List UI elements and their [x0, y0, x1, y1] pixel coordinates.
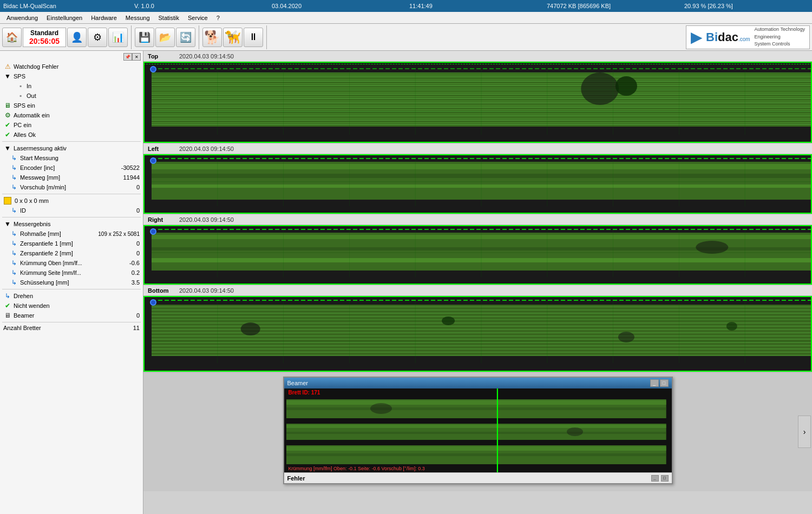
home-button[interactable]: 🏠 — [2, 28, 22, 47]
tree-label-dimensions: 0 x 0 x 0 mm — [15, 197, 140, 204]
tree-label-kruemmung-oben: Krümmung Oben [mm/lf... — [20, 260, 127, 266]
tree-beamer[interactable]: 🖥 Beamer 0 — [2, 311, 141, 320]
tree-value-kruemmung-seite: 0.2 — [129, 269, 140, 276]
menu-einstellungen[interactable]: Einstellungen — [42, 14, 87, 22]
menu-service[interactable]: Service — [184, 14, 212, 22]
toolbar: 🏠 Standard 20:56:05 👤 ⚙ 📊 💾 📂 🔄 🐕 🦮 ⏸ ▶ … — [0, 24, 812, 51]
menu-hardware[interactable]: Hardware — [87, 14, 121, 22]
scan-date-left: 2020.04.03 09:14:50 — [179, 146, 234, 152]
panel-pin-button[interactable]: 📌 — [123, 53, 132, 61]
svg-point-87 — [567, 427, 583, 436]
tree-anzahl-bretter: Anzahl Bretter 11 — [2, 324, 141, 332]
tree-value-zerspan2: 0 — [134, 250, 140, 256]
tree-rohmasse[interactable]: ↳ Rohmaße [mm] 109 x 252 x 5081 — [2, 229, 141, 239]
beamer-content: Brett ID: 171 — [284, 388, 672, 472]
status-label: Standard — [30, 29, 58, 37]
tree-nicht-wenden[interactable]: ✔ Nicht wenden — [2, 301, 141, 311]
tree-value-schusselung: 3.5 — [129, 279, 140, 286]
tree-zerspan2[interactable]: ↳ Zerspantiefe 2 [mm] 0 — [2, 248, 141, 258]
panel-close-button[interactable]: ✕ — [132, 53, 141, 61]
tree-label-id: ID — [20, 207, 134, 214]
tree-start-messung[interactable]: ↳ Start Messung — [2, 153, 141, 163]
tree-automatik[interactable]: ⚙ Automatik ein — [2, 110, 141, 120]
tree-out[interactable]: ▪ Out — [2, 91, 141, 101]
scan-view-top: Top 2020.04.03 09:14:50 — [143, 51, 812, 143]
menu-statistik[interactable]: Statistik — [154, 14, 184, 22]
tree-messergebnis[interactable]: ▼ Messergebnis — [2, 219, 141, 229]
beamer-title: Beamer — [287, 380, 649, 386]
pause-button[interactable]: ⏸ — [244, 28, 263, 47]
bidac-tagline: Automation Technology Engineering System… — [755, 26, 805, 48]
scan-label-bottom: Bottom — [148, 287, 175, 294]
tree-dimensions[interactable]: 0 x 0 x 0 mm — [2, 196, 141, 206]
right-panel: Top 2020.04.03 09:14:50 — [143, 51, 812, 514]
report-button[interactable]: 📊 — [108, 28, 128, 47]
scan-header-left: Left 2020.04.03 09:14:50 — [143, 143, 812, 154]
usage: 20.93 % [26.23 %] — [684, 3, 809, 9]
tree-label-drehen: Drehen — [14, 293, 140, 299]
scan-marker-top — [150, 66, 156, 73]
menu-messung[interactable]: Messung — [121, 14, 154, 22]
tree-zerspan1[interactable]: ↳ Zerspantiefe 1 [mm] 0 — [2, 239, 141, 248]
refresh-button[interactable]: 🔄 — [176, 28, 195, 47]
tree-schusselung[interactable]: ↳ Schüsselung [mm] 3.5 — [2, 278, 141, 287]
tree-value-id: 0 — [134, 207, 140, 214]
scan-header-right: Right 2020.04.03 09:14:50 — [143, 214, 812, 225]
menu-help[interactable]: ? — [212, 14, 224, 22]
divider-3 — [2, 217, 141, 218]
bidac-icon: ▶ — [691, 28, 703, 46]
scan-image-top[interactable] — [143, 62, 812, 143]
main-area: 📌 ✕ ⚠ Watchdog Fehler ▼ SPS ▪ In ▪ Out 🖥… — [0, 51, 812, 514]
tree-vorschub[interactable]: ↳ Vorschub [m/min] 0 — [2, 182, 141, 192]
tree-id[interactable]: ↳ ID 0 — [2, 206, 141, 215]
scan-date-right: 2020.04.03 09:14:50 — [179, 216, 234, 223]
dog2-button[interactable]: 🦮 — [223, 28, 243, 47]
tree-value-rohmasse: 109 x 252 x 5081 — [96, 231, 140, 237]
time: 11:41:49 — [409, 3, 534, 9]
tree-label-rohmasse: Rohmaße [mm] — [20, 230, 96, 237]
beamer-maximize-button[interactable]: □ — [660, 379, 669, 387]
scan-image-bottom[interactable] — [143, 296, 812, 372]
tree-kruemmung-oben[interactable]: ↳ Krümmung Oben [mm/lf... -0.6 — [2, 258, 141, 268]
scan-marker-right — [150, 228, 156, 235]
settings-button[interactable]: ⚙ — [88, 28, 107, 47]
scan-image-right[interactable] — [143, 225, 812, 285]
fehler-label: Fehler — [287, 475, 305, 482]
dog-button[interactable]: 🐕 — [202, 28, 222, 47]
tree-label-sps: SPS — [14, 73, 140, 80]
tree-laser[interactable]: ▼ Lasermessung aktiv — [2, 143, 141, 153]
tree-in[interactable]: ▪ In — [2, 81, 141, 91]
scroll-right-button[interactable]: › — [798, 416, 811, 448]
tree-sps-ein[interactable]: 🖥 SPS ein — [2, 101, 141, 110]
tree-messweg[interactable]: ↳ Messweg [mm] 11944 — [2, 173, 141, 182]
menu-anwendung[interactable]: Anwendung — [2, 14, 42, 22]
tree-drehen[interactable]: ↳ Drehen — [2, 291, 141, 301]
svg-point-62 — [726, 322, 737, 331]
tree-kruemmung-seite[interactable]: ↳ Krümmung Seite [mm/lf... 0.2 — [2, 268, 141, 278]
open-button[interactable]: 📂 — [155, 28, 175, 47]
tree-label-automatik: Automatik ein — [14, 112, 140, 118]
beamer-minimize-button[interactable]: _ — [650, 379, 659, 387]
tree-value-vorschub: 0 — [134, 184, 140, 190]
svg-point-59 — [241, 322, 260, 335]
fehler-min-button[interactable]: _ — [651, 475, 659, 482]
bottom-area: Beamer _ □ Brett ID: 171 — [143, 372, 812, 491]
tree-alles-ok[interactable]: ✔ Alles Ok — [2, 130, 141, 140]
save-button[interactable]: 💾 — [135, 28, 154, 47]
scan-header-bottom: Bottom 2020.04.03 09:14:50 — [143, 285, 812, 296]
fehler-max-button[interactable]: □ — [661, 475, 669, 482]
svg-point-86 — [370, 403, 392, 414]
svg-point-60 — [442, 317, 455, 325]
tree-pc-ein[interactable]: ✔ PC ein — [2, 120, 141, 130]
svg-point-7 — [615, 76, 637, 96]
scan-image-left[interactable] — [143, 154, 812, 214]
tree-label-watchdog: Watchdog Fehler — [14, 63, 140, 70]
tree-watchdog[interactable]: ⚠ Watchdog Fehler — [2, 62, 141, 71]
tree-label-beamer: Beamer — [14, 312, 134, 319]
user-button[interactable]: 👤 — [67, 28, 87, 47]
version: V. 1.0.0 — [134, 3, 259, 9]
tree-label-messergebnis: Messergebnis — [14, 221, 140, 227]
tree-sps[interactable]: ▼ SPS — [2, 71, 141, 81]
tree-value-anzahl-bretter: 11 — [131, 325, 140, 331]
tree-encoder[interactable]: ↳ Encoder [inc] -30522 — [2, 163, 141, 173]
